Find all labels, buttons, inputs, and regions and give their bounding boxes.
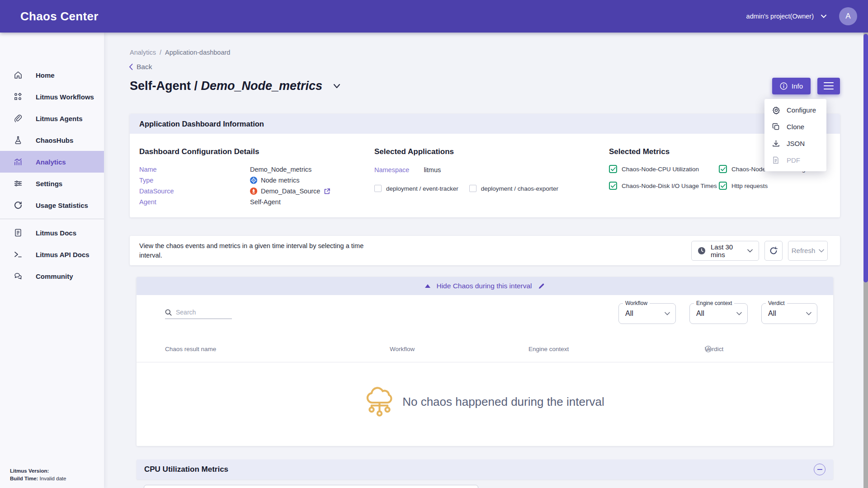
info-button[interactable]: Info xyxy=(772,78,811,94)
minus-circle-icon[interactable] xyxy=(814,464,826,475)
menu-item-label: Configure xyxy=(787,106,816,114)
scrollbar-thumb[interactable] xyxy=(863,34,868,282)
checkbox-checked[interactable] xyxy=(719,165,727,173)
engine-context-filter-select[interactable]: Engine context All xyxy=(689,303,748,324)
cpu-utilization-section: CPU Utilization Metrics xyxy=(137,460,833,488)
info-circle-icon[interactable] xyxy=(705,346,712,352)
empty-message: No chaos happened during the interval xyxy=(402,395,604,409)
sidebar-item-usage-statistics[interactable]: Usage Statistics xyxy=(0,194,104,216)
search-icon xyxy=(165,309,172,316)
config-type-value: Node metrics xyxy=(261,175,299,186)
sidebar-item-litmus-workflows[interactable]: Litmus Workflows xyxy=(0,86,104,108)
back-chevron-icon xyxy=(129,64,133,70)
application-checkbox-label: deployment / event-tracker xyxy=(386,185,458,192)
sidebar-item-analytics[interactable]: Analytics xyxy=(0,151,104,173)
table-header-row: Chaos result name Workflow Engine contex… xyxy=(137,346,833,356)
chevron-down-icon xyxy=(665,312,670,315)
prometheus-icon xyxy=(250,188,257,195)
sidebar-item-chaoshubs[interactable]: ChaosHubs xyxy=(0,129,104,151)
cpu-section-title: CPU Utilization Metrics xyxy=(144,465,228,474)
sidebar-item-litmus-agents[interactable]: Litmus Agents xyxy=(0,108,104,129)
search-field xyxy=(165,309,232,319)
sidebar-item-label: ChaosHubs xyxy=(36,136,73,144)
menu-item-pdf: PDF xyxy=(764,152,826,169)
sidebar-item-settings[interactable]: Settings xyxy=(0,173,104,194)
sidebar-item-label: Litmus Workflows xyxy=(36,93,94,101)
menu-item-label: JSON xyxy=(787,140,805,147)
sidebar: Home Litmus Workflows Litmus Agents Chao… xyxy=(0,33,104,488)
agents-icon xyxy=(13,113,23,123)
avatar-initial: A xyxy=(845,12,850,21)
project-selector-label: admin's project(Owner) xyxy=(746,13,814,20)
home-icon xyxy=(13,70,23,80)
dashboard-switch-chevron-icon[interactable] xyxy=(333,84,340,89)
usage-statistics-icon xyxy=(13,200,23,210)
download-icon xyxy=(772,140,780,148)
checkbox-checked[interactable] xyxy=(609,182,617,190)
clock-icon xyxy=(698,247,706,255)
selected-applications-title: Selected Applications xyxy=(374,147,609,156)
time-range-select[interactable]: Last 30 mins xyxy=(691,241,759,261)
search-input[interactable] xyxy=(176,309,228,316)
cloud-network-icon xyxy=(365,384,394,420)
checkbox-checked[interactable] xyxy=(609,165,617,173)
scrollbar-track[interactable] xyxy=(863,33,868,488)
metric-checkbox-disk-io-times[interactable]: Chaos-Node-Disk I/O Usage Times xyxy=(609,182,719,190)
metric-checkbox-label: Chaos-Node-Disk I/O Usage Times xyxy=(622,183,717,189)
sidebar-item-label: Analytics xyxy=(36,158,66,166)
sidebar-item-home[interactable]: Home xyxy=(0,64,104,86)
hide-chaos-toggle[interactable]: Hide Chaos during this interval xyxy=(137,277,833,295)
engine-context-filter-label: Engine context xyxy=(694,300,734,306)
config-agent-value: Self-Agent xyxy=(250,197,281,207)
app-title: Chaos Center xyxy=(20,9,99,23)
breadcrumb-analytics-link[interactable]: Analytics xyxy=(130,49,156,56)
sidebar-divider xyxy=(0,219,104,219)
refresh-now-button[interactable] xyxy=(764,241,783,261)
selected-applications: Selected Applications Namespace litmus d… xyxy=(374,142,609,207)
empty-state: No chaos happened during the interval xyxy=(137,384,833,420)
title-row: Self-Agent / Demo_Node_metrics Info xyxy=(130,77,840,95)
node-metrics-icon xyxy=(250,177,257,184)
application-checkbox-chaos-exporter[interactable]: deployment / chaos-exporter xyxy=(469,185,558,192)
refresh-icon xyxy=(769,246,778,255)
config-name-label: Name xyxy=(139,164,250,175)
verdict-filter-select[interactable]: Verdict All xyxy=(761,303,817,324)
checkbox-unchecked[interactable] xyxy=(374,185,382,192)
config-datasource-label: DataSource xyxy=(139,186,250,197)
avatar[interactable]: A xyxy=(839,7,857,25)
edit-pencil-icon[interactable] xyxy=(538,283,545,290)
breadcrumb-separator: / xyxy=(160,49,161,56)
dashboard-options-menu-button[interactable] xyxy=(817,78,840,94)
terminal-icon xyxy=(13,249,23,259)
workflow-filter-select[interactable]: Workflow All xyxy=(618,303,676,324)
file-icon xyxy=(772,156,780,164)
page-title: Self-Agent / Demo_Node_metrics xyxy=(130,79,322,93)
refresh-mode-select[interactable]: Refresh xyxy=(788,241,828,261)
menu-item-label: PDF xyxy=(787,156,800,164)
dashboard-information-header: Application Dashboard Information xyxy=(130,114,840,134)
menu-item-json[interactable]: JSON xyxy=(764,135,826,152)
metric-checkbox-cpu-utilization[interactable]: Chaos-Node-CPU Utilization xyxy=(609,165,719,173)
sidebar-item-litmus-docs[interactable]: Litmus Docs xyxy=(0,222,104,244)
config-name-value: Demo_Node_metrics xyxy=(250,164,311,175)
sidebar-item-community[interactable]: Community xyxy=(0,265,104,287)
sidebar-item-label: Litmus Docs xyxy=(36,229,76,237)
chaoshubs-icon xyxy=(13,135,23,145)
chevron-down-icon xyxy=(821,14,826,18)
info-icon xyxy=(780,82,788,90)
menu-item-configure[interactable]: Configure xyxy=(764,102,826,118)
chevron-down-icon xyxy=(747,249,753,253)
application-checkbox-event-tracker[interactable]: deployment / event-tracker xyxy=(374,185,458,192)
menu-item-clone[interactable]: Clone xyxy=(764,118,826,135)
metric-checkbox-http-requests[interactable]: Http requests xyxy=(719,182,830,190)
checkbox-unchecked[interactable] xyxy=(469,185,476,192)
checkbox-checked[interactable] xyxy=(719,182,727,190)
sidebar-item-litmus-api-docs[interactable]: Litmus API Docs xyxy=(0,244,104,265)
config-details-title: Dashboard Configuration Details xyxy=(139,147,374,156)
external-link-icon[interactable] xyxy=(324,188,330,195)
namespace-value: litmus xyxy=(424,166,441,174)
back-button[interactable]: Back xyxy=(129,63,862,71)
project-selector[interactable]: admin's project(Owner) xyxy=(746,13,826,20)
collapse-triangle-icon xyxy=(425,284,430,288)
gear-icon xyxy=(772,106,780,114)
